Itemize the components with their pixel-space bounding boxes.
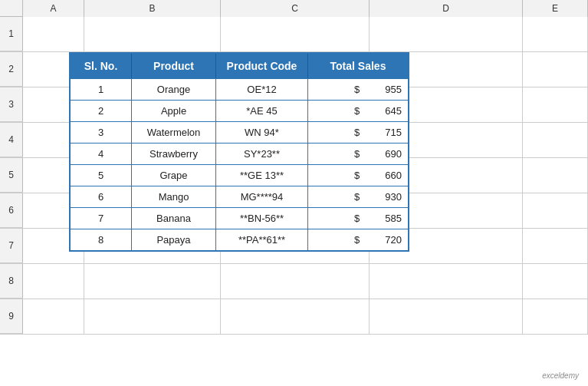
cell-code: SY*23** bbox=[216, 144, 308, 164]
header-product: Product bbox=[132, 54, 216, 78]
cell-f8[interactable] bbox=[523, 264, 588, 299]
table-row[interactable]: 5 Grape **GE 13** $ 660 bbox=[71, 164, 408, 186]
sales-amount: 660 bbox=[371, 170, 402, 181]
cell-slno: 7 bbox=[71, 208, 132, 229]
cell-sales: $ 720 bbox=[308, 229, 408, 250]
dollar-sign: $ bbox=[354, 148, 368, 160]
cell-slno: 4 bbox=[71, 144, 132, 164]
sales-amount: 930 bbox=[371, 191, 402, 203]
cell-f4[interactable] bbox=[523, 123, 588, 157]
cell-b1[interactable] bbox=[23, 17, 84, 51]
row-num-7: 7 bbox=[0, 229, 23, 263]
col-header-a[interactable]: A bbox=[23, 0, 84, 17]
cell-sales: $ 690 bbox=[308, 144, 408, 164]
dollar-sign: $ bbox=[354, 170, 368, 181]
spreadsheet-row-9[interactable]: 9 bbox=[0, 299, 588, 335]
cell-product: Banana bbox=[132, 208, 216, 229]
cell-slno: 8 bbox=[71, 229, 132, 250]
cell-f6[interactable] bbox=[523, 193, 588, 228]
sales-amount: 720 bbox=[371, 234, 402, 246]
table-row[interactable]: 6 Mango MG****94 $ 930 bbox=[71, 186, 408, 207]
cell-c9[interactable] bbox=[84, 299, 221, 334]
header-product-code: Product Code bbox=[216, 54, 308, 78]
cell-sales: $ 955 bbox=[308, 79, 408, 100]
corner-cell bbox=[0, 0, 23, 17]
dollar-sign: $ bbox=[354, 213, 368, 224]
cell-c1[interactable] bbox=[84, 17, 221, 51]
table-row[interactable]: 1 Orange OE*12 $ 955 bbox=[71, 78, 408, 100]
cell-sales: $ 715 bbox=[308, 122, 408, 143]
cell-d8[interactable] bbox=[221, 264, 370, 299]
dollar-sign: $ bbox=[354, 191, 368, 203]
table-row[interactable]: 7 Banana **BN-56** $ 585 bbox=[71, 207, 408, 229]
col-header-d[interactable]: D bbox=[370, 0, 523, 17]
header-total-sales: Total Sales bbox=[308, 54, 408, 78]
cell-product: Papaya bbox=[132, 229, 216, 250]
sales-amount: 585 bbox=[371, 213, 402, 224]
watermark: exceldemy bbox=[542, 371, 579, 380]
cell-f1[interactable] bbox=[523, 17, 588, 51]
cell-product: Orange bbox=[132, 79, 216, 100]
cell-code: WN 94* bbox=[216, 122, 308, 143]
cell-slno: 6 bbox=[71, 186, 132, 207]
cell-e8[interactable] bbox=[370, 264, 523, 299]
header-slno: Sl. No. bbox=[71, 54, 132, 78]
cell-d9[interactable] bbox=[221, 299, 370, 334]
cell-code: **BN-56** bbox=[216, 208, 308, 229]
cell-sales: $ 645 bbox=[308, 101, 408, 121]
row-num-3: 3 bbox=[0, 87, 23, 122]
cell-slno: 1 bbox=[71, 79, 132, 100]
cell-f3[interactable] bbox=[523, 87, 588, 122]
dollar-sign: $ bbox=[354, 105, 368, 117]
cell-product: Strawberry bbox=[132, 144, 216, 164]
sales-amount: 645 bbox=[371, 105, 402, 117]
table-body: 1 Orange OE*12 $ 955 2 Apple *AE 45 $ 64… bbox=[71, 78, 408, 250]
dollar-sign: $ bbox=[354, 127, 368, 138]
table-row[interactable]: 8 Papaya **PA**61** $ 720 bbox=[71, 229, 408, 250]
cell-code: **PA**61** bbox=[216, 229, 308, 250]
row-num-6: 6 bbox=[0, 193, 23, 228]
watermark-text: exceldemy bbox=[542, 371, 579, 380]
sales-amount: 690 bbox=[371, 148, 402, 160]
spreadsheet-row-8[interactable]: 8 bbox=[0, 264, 588, 299]
col-header-e[interactable]: E bbox=[523, 0, 588, 17]
cell-d1[interactable] bbox=[221, 17, 370, 51]
cell-b8[interactable] bbox=[23, 264, 84, 299]
row-num-1: 1 bbox=[0, 17, 23, 51]
col-header-c[interactable]: C bbox=[221, 0, 370, 17]
cell-c8[interactable] bbox=[84, 264, 221, 299]
cell-sales: $ 930 bbox=[308, 186, 408, 207]
cell-product: Apple bbox=[132, 101, 216, 121]
cell-e9[interactable] bbox=[370, 299, 523, 334]
table-row[interactable]: 4 Strawberry SY*23** $ 690 bbox=[71, 143, 408, 164]
cell-slno: 2 bbox=[71, 101, 132, 121]
row-num-9: 9 bbox=[0, 299, 23, 334]
row-num-8: 8 bbox=[0, 264, 23, 299]
cell-code: *AE 45 bbox=[216, 101, 308, 121]
table-row[interactable]: 3 Watermelon WN 94* $ 715 bbox=[71, 121, 408, 143]
cell-code: **GE 13** bbox=[216, 165, 308, 186]
data-table: Sl. No. Product Product Code Total Sales… bbox=[69, 52, 409, 252]
cell-e1[interactable] bbox=[370, 17, 523, 51]
dollar-sign: $ bbox=[354, 234, 368, 246]
cell-f5[interactable] bbox=[523, 158, 588, 193]
cell-f9[interactable] bbox=[523, 299, 588, 334]
cell-slno: 3 bbox=[71, 122, 132, 143]
row-num-2: 2 bbox=[0, 52, 23, 87]
row-num-4: 4 bbox=[0, 123, 23, 157]
cell-f2[interactable] bbox=[523, 52, 588, 87]
spreadsheet-row-1[interactable]: 1 bbox=[0, 17, 588, 52]
cell-code: MG****94 bbox=[216, 186, 308, 207]
dollar-sign: $ bbox=[354, 84, 368, 95]
cell-product: Watermelon bbox=[132, 122, 216, 143]
sales-amount: 715 bbox=[371, 127, 402, 138]
table-header: Sl. No. Product Product Code Total Sales bbox=[71, 54, 408, 78]
table-row[interactable]: 2 Apple *AE 45 $ 645 bbox=[71, 100, 408, 121]
cell-b9[interactable] bbox=[23, 299, 84, 334]
row-num-5: 5 bbox=[0, 158, 23, 193]
cell-sales: $ 585 bbox=[308, 208, 408, 229]
column-header-row: A B C D E bbox=[0, 0, 588, 17]
cell-f7[interactable] bbox=[523, 229, 588, 263]
sales-amount: 955 bbox=[371, 84, 402, 95]
col-header-b[interactable]: B bbox=[84, 0, 221, 17]
